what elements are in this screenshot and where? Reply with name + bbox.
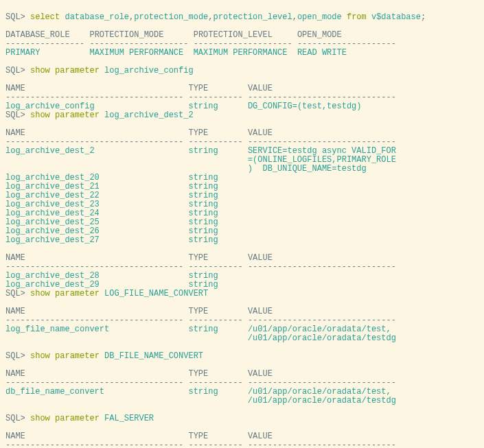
param-value: /u01/app/oracle/oradata/test, — [248, 387, 391, 397]
sql-keyword: show — [30, 110, 50, 120]
param-name: log_archive_dest_24 — [5, 209, 188, 218]
col-header: PROTECTION_LEVEL — [194, 30, 273, 40]
col-header: OPEN_MODE — [297, 30, 342, 40]
col-header: DATABASE_ROLE — [5, 30, 70, 40]
param-type: string — [188, 200, 247, 209]
col: database_role — [65, 12, 129, 22]
param-value: /u01/app/oracle/oradata/testdg — [248, 396, 396, 405]
param-type: string — [188, 173, 247, 182]
col-header: VALUE — [248, 128, 273, 138]
col-header: NAME — [5, 432, 188, 441]
dash: ------------------------------ — [248, 93, 396, 102]
sql-keyword: show — [30, 414, 50, 423]
dash: ----------- — [188, 93, 247, 102]
col: protection_mode — [134, 12, 208, 22]
param-name: log_archive_dest_21 — [5, 182, 188, 191]
param-name: log_archive_dest_28 — [5, 271, 188, 281]
param-name: log_archive_dest_29 — [5, 280, 188, 290]
param-name: db_file_name_convert — [5, 387, 188, 397]
dash: ----------- — [188, 137, 247, 147]
cell: READ WRITE — [297, 48, 347, 58]
param-name: log_archive_dest_23 — [5, 200, 188, 209]
sql-prompt: SQL> — [5, 289, 25, 298]
dash: ------------------------------ — [248, 137, 396, 147]
param-name: log_archive_dest_26 — [5, 226, 188, 236]
param-name: log_archive_dest_27 — [5, 235, 188, 245]
col-header: TYPE — [188, 128, 247, 138]
dash: ----------- — [188, 378, 247, 388]
col-header: PROTECTION_MODE — [89, 30, 163, 40]
param-value: DG_CONFIG=(test,testdg) — [248, 102, 362, 111]
param-type: string — [188, 217, 247, 227]
param-name: log_archive_dest_25 — [5, 217, 188, 227]
param-value: =(ONLINE_LOGFILES,PRIMARY_ROLE — [248, 155, 396, 165]
sql-prompt: SQL> — [5, 414, 25, 423]
param-name: log_archive_config — [5, 102, 188, 111]
cell: PRIMARY — [5, 48, 40, 58]
col-header: NAME — [5, 369, 188, 379]
col-header: NAME — [5, 307, 188, 316]
dash: ----------- — [188, 262, 247, 272]
col-header: VALUE — [248, 84, 273, 93]
param-value: /u01/app/oracle/oradata/test, — [248, 325, 391, 334]
sql-prompt: SQL> — [5, 66, 25, 75]
sql-keyword: show — [30, 66, 50, 75]
col-header: NAME — [5, 128, 188, 138]
col-header: VALUE — [248, 432, 273, 441]
param-type: string — [188, 387, 247, 397]
dash: ------------------------------------ — [5, 440, 188, 448]
param-type: string — [188, 191, 247, 200]
param-type: string — [188, 146, 247, 156]
sql-keyword: parameter — [55, 414, 100, 423]
dash: ------------------------------ — [248, 440, 396, 448]
param-type: string — [188, 182, 247, 191]
dash: ----------- — [188, 316, 247, 325]
dash: ------------------------------------ — [5, 137, 188, 147]
col-header: TYPE — [188, 84, 247, 93]
dash: ------------------------------------ — [5, 262, 188, 272]
param-type: string — [188, 325, 247, 334]
param-name: log_file_name_convert — [5, 325, 188, 334]
dash: ------------------------------------ — [5, 316, 188, 325]
sql-keyword: select — [30, 12, 60, 22]
dash: ----------- — [188, 440, 247, 448]
col-header: TYPE — [188, 369, 247, 379]
col-header: TYPE — [188, 307, 247, 316]
dash: -------------------- — [194, 39, 292, 49]
param-target: log_archive_dest_2 — [104, 110, 194, 120]
dash: -------------------- — [89, 39, 188, 49]
param-value: ) DB_UNIQUE_NAME=testdg — [248, 164, 367, 174]
param-target: log_archive_config — [104, 66, 194, 75]
sql-prompt: SQL> — [5, 12, 25, 22]
sql-prompt: SQL> — [5, 351, 25, 361]
dash: ------------------------------ — [248, 316, 396, 325]
col-header: TYPE — [188, 253, 247, 263]
col-header: TYPE — [188, 432, 247, 441]
param-name: log_archive_dest_22 — [5, 191, 188, 200]
dash: ------------------------------------ — [5, 378, 188, 388]
col: open_mode — [297, 12, 342, 22]
param-target: DB_FILE_NAME_CONVERT — [104, 351, 203, 361]
sql-keyword: parameter — [55, 289, 100, 298]
col-header: VALUE — [248, 369, 273, 379]
param-type: string — [188, 280, 247, 290]
col-header: VALUE — [248, 307, 273, 316]
sql-keyword: show — [30, 351, 50, 361]
col-header: NAME — [5, 253, 188, 263]
sql-keyword: parameter — [55, 351, 100, 361]
col-header: NAME — [5, 84, 188, 93]
param-type: string — [188, 271, 247, 281]
param-value: SERVICE=testdg async VALID_FOR — [248, 146, 396, 156]
sql-keyword: show — [30, 289, 50, 298]
col-header: VALUE — [248, 253, 273, 263]
param-name: log_archive_dest_2 — [5, 146, 188, 156]
sql-keyword: parameter — [55, 66, 100, 75]
param-type: string — [188, 102, 247, 111]
terminal-output: { "prompt": "SQL>", "cmd0": "select data… — [0, 0, 484, 448]
sql-prompt: SQL> — [5, 110, 25, 120]
cell: MAXIMUM PERFORMANCE — [194, 48, 288, 58]
dash: ------------------------------ — [248, 262, 396, 272]
param-name: log_archive_dest_20 — [5, 173, 188, 182]
param-type: string — [188, 235, 247, 245]
dash: -------------------- — [297, 39, 396, 49]
